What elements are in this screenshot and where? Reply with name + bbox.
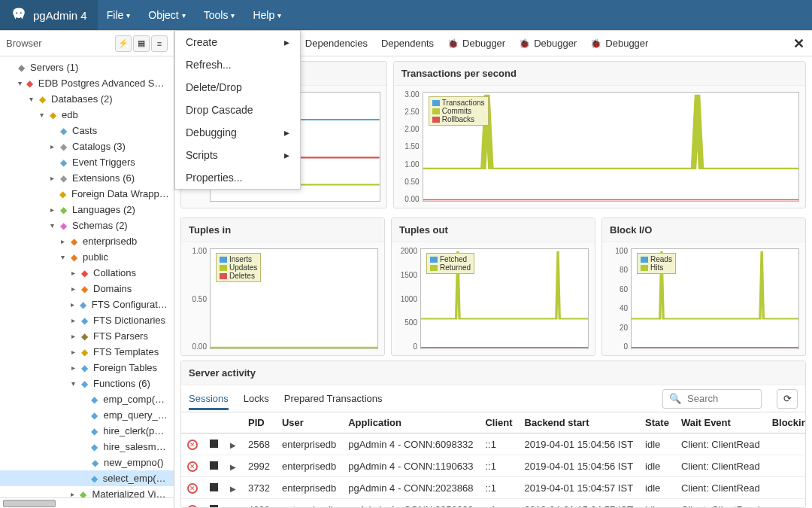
tree-node[interactable]: ◆new_empno() (0, 455, 174, 470)
stop-icon[interactable] (210, 505, 218, 508)
col-header[interactable] (224, 412, 242, 433)
table-row[interactable]: ✕▶2992enterprisedbpgAdmin 4 - CONN:11906… (181, 455, 805, 477)
tree-toggle-icon[interactable]: ▸ (68, 364, 78, 372)
tree-toggle-icon[interactable]: ▸ (68, 284, 78, 293)
tree-toggle-icon[interactable]: ▾ (47, 221, 57, 230)
expand-icon[interactable]: ▶ (230, 506, 236, 508)
tree-toggle-icon[interactable]: ▸ (68, 332, 78, 340)
tree-node[interactable]: ◆emp_comp(p_s (0, 391, 174, 407)
tree-node[interactable]: ▾◆Databases (2) (0, 91, 174, 107)
col-header[interactable]: Client (479, 412, 518, 433)
table-row[interactable]: ✕▶2568enterprisedbpgAdmin 4 - CONN:60983… (181, 433, 805, 455)
ctx-scripts[interactable]: Scripts▸ (175, 144, 300, 166)
menu-help[interactable]: Help ▾ (244, 0, 290, 30)
activity-tab-prepared-transactions[interactable]: Prepared Transactions (284, 387, 383, 410)
tree-node[interactable]: ▸◆Languages (2) (0, 202, 174, 217)
horizontal-scrollbar[interactable] (0, 497, 174, 508)
ctx-create[interactable]: Create▸ (175, 31, 300, 53)
terminate-icon[interactable]: ✕ (187, 505, 198, 507)
tree-node[interactable]: ▸◆FTS Configurations (0, 297, 174, 312)
tree-toggle-icon[interactable]: ▾ (26, 95, 36, 103)
close-icon[interactable]: ✕ (793, 35, 804, 52)
tree-toggle-icon[interactable]: ▾ (57, 253, 68, 261)
tree-node[interactable]: ▸◆FTS Dictionaries (0, 312, 174, 328)
tab-debugger-1[interactable]: Debugger (519, 31, 577, 56)
col-header[interactable]: Backend start (519, 412, 640, 433)
tree-toggle-icon[interactable]: ▾ (15, 79, 25, 87)
object-tree[interactable]: ◆Servers (1)▾◆EDB Postgres Advanced Serv… (0, 56, 174, 497)
search-box[interactable]: 🔍 (662, 389, 762, 409)
ctx-refresh[interactable]: Refresh... (175, 53, 300, 76)
tree-node[interactable]: ◆hire_clerk(p_en (0, 423, 174, 439)
tree-toggle-icon[interactable]: ▸ (47, 205, 57, 214)
ctx-deletedrop[interactable]: Delete/Drop (175, 76, 300, 99)
activity-tab-sessions[interactable]: Sessions (189, 387, 229, 410)
search-input[interactable] (687, 393, 755, 404)
tree-toggle-icon[interactable]: ▸ (68, 316, 78, 324)
refresh-button[interactable]: ⟳ (777, 389, 798, 409)
col-header[interactable]: User (276, 412, 342, 433)
expand-icon[interactable]: ▶ (230, 485, 236, 493)
table-row[interactable]: ✕▶3732enterprisedbpgAdmin 4 - CONN:20238… (181, 477, 805, 499)
terminate-icon[interactable]: ✕ (187, 483, 198, 494)
menu-tools[interactable]: Tools ▾ (195, 0, 244, 30)
tree-toggle-icon[interactable]: ▸ (47, 142, 57, 151)
col-header[interactable]: State (639, 412, 675, 433)
tree-node[interactable]: ▸◆Extensions (6) (0, 170, 174, 186)
bolt-icon[interactable]: ⚡ (115, 35, 132, 52)
tree-node[interactable]: ▸◆Materialized Views (0, 486, 174, 497)
col-header[interactable]: Wait Event (675, 412, 766, 433)
stop-icon[interactable] (210, 483, 218, 491)
col-header[interactable]: Blocking P (766, 412, 805, 433)
col-header[interactable] (181, 412, 204, 433)
tree-toggle-icon[interactable]: ▸ (68, 300, 77, 309)
ctx-properties[interactable]: Properties... (175, 166, 300, 189)
context-menu[interactable]: Create▸Refresh...Delete/DropDrop Cascade… (174, 30, 301, 190)
terminate-icon[interactable]: ✕ (187, 461, 198, 472)
tree-node[interactable]: ◆Event Triggers (0, 154, 174, 170)
tree-toggle-icon[interactable]: ▾ (68, 379, 78, 388)
tree-node[interactable]: ▸◆enterprisedb (0, 233, 174, 249)
tree-node[interactable]: ◆Foreign Data Wrappers (0, 186, 174, 202)
tree-toggle-icon[interactable]: ▸ (47, 174, 57, 182)
expand-icon[interactable]: ▶ (230, 441, 236, 449)
tree-toggle-icon[interactable]: ▸ (68, 490, 77, 497)
col-header[interactable] (204, 412, 224, 433)
tree-toggle-icon[interactable]: ▸ (57, 237, 68, 245)
tree-node[interactable]: ▸◆Catalogs (3) (0, 138, 174, 154)
activity-grid[interactable]: PIDUserApplicationClientBackend startSta… (181, 412, 805, 507)
list-icon[interactable]: ≡ (151, 35, 168, 52)
grid-icon[interactable]: ▦ (133, 35, 150, 52)
menu-object[interactable]: Object ▾ (139, 0, 194, 30)
tree-node[interactable]: ▾◆EDB Postgres Advanced Server 1 (0, 75, 174, 91)
tab-debugger-0[interactable]: Debugger (447, 31, 505, 56)
terminate-icon[interactable]: ✕ (187, 440, 198, 450)
menu-file[interactable]: File ▾ (98, 0, 140, 30)
tree-node[interactable]: ◆hire_salesman( (0, 439, 174, 455)
tree-node[interactable]: ▾◆edb (0, 107, 174, 123)
tree-node[interactable]: ▸◆Domains (0, 281, 174, 297)
tree-node[interactable]: ▸◆FTS Templates (0, 344, 174, 360)
tree-node[interactable]: ▸◆Foreign Tables (0, 360, 174, 376)
tree-node[interactable]: ▸◆Collations (0, 265, 174, 281)
tree-node[interactable]: ◆select_emp(p_e (0, 470, 174, 486)
table-row[interactable]: ✕▶4208enterprisedbpgAdmin 4 - CONN:39586… (181, 499, 805, 508)
tree-node[interactable]: ◆emp_query_cal (0, 407, 174, 423)
tab-dependents[interactable]: Dependents (381, 31, 434, 56)
stop-icon[interactable] (210, 461, 218, 470)
tree-node[interactable]: ◆Casts (0, 123, 174, 138)
tree-node[interactable]: ▾◆Functions (6) (0, 376, 174, 391)
activity-tab-locks[interactable]: Locks (244, 387, 269, 410)
expand-icon[interactable]: ▶ (230, 463, 236, 471)
tree-toggle-icon[interactable]: ▸ (68, 348, 78, 356)
ctx-dropcascade[interactable]: Drop Cascade (175, 99, 300, 121)
tree-toggle-icon[interactable]: ▸ (68, 269, 78, 277)
tree-toggle-icon[interactable]: ▾ (36, 111, 47, 119)
stop-icon[interactable] (210, 440, 218, 448)
col-header[interactable]: Application (342, 412, 479, 433)
ctx-debugging[interactable]: Debugging▸ (175, 121, 300, 144)
tree-node[interactable]: ▾◆public (0, 249, 174, 265)
tree-node[interactable]: ▸◆FTS Parsers (0, 328, 174, 344)
tab-debugger-2[interactable]: Debugger (590, 31, 648, 56)
tree-node[interactable]: ▾◆Schemas (2) (0, 217, 174, 233)
